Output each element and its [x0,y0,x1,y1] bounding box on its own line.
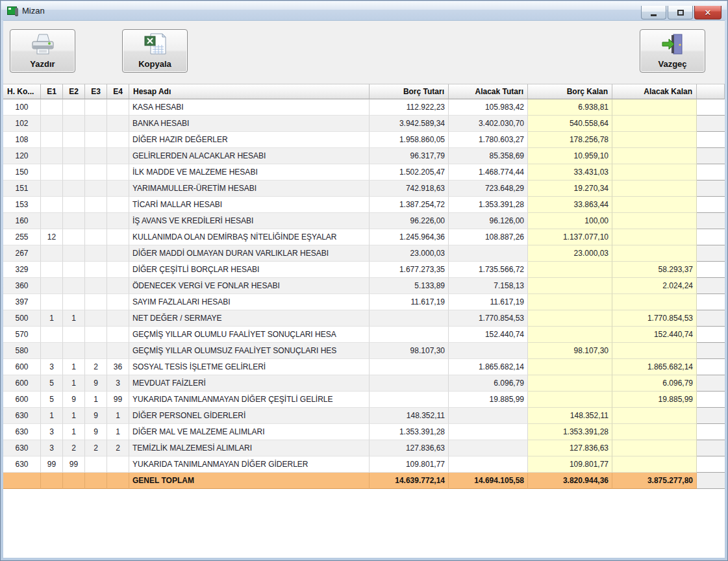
table-row[interactable]: 329 DİĞER ÇEŞİTLİ BORÇLAR HESABI 1.677.2… [3,262,725,278]
cell-spacer [697,148,725,164]
header-alacak-kalan[interactable]: Alacak Kalan [612,84,697,99]
close-button[interactable]: ✕ [694,6,722,19]
cell-spacer [697,310,725,327]
table-row[interactable]: 600 5 1 9 3 MEVDUAT FAİZLERİ 6.096,79 6.… [3,375,725,392]
cell-hesap-kodu [3,473,41,489]
header-e2[interactable]: E2 [63,84,85,99]
table-row[interactable]: 397 SAYIM FAZLALARI HESABI 11.617,19 11.… [3,294,725,310]
table-row[interactable]: 100 KASA HESABI 112.922,23 105.983,42 6.… [3,99,725,116]
cell-e4 [107,245,129,262]
cell-spacer [697,116,725,132]
cell-e4: 99 [107,392,129,408]
cell-e1: 1 [41,408,63,424]
table-row[interactable]: 267 DİĞER MADDİ OLMAYAN DURAN VARLIKLAR … [3,245,725,262]
header-alacak-tutari[interactable]: Alacak Tutarı [449,84,528,99]
cell-e1 [41,262,63,278]
cell-borc-tutari: 1.245.964,36 [370,229,449,245]
table-row[interactable]: 630 99 99 YUKARIDA TANIMLANMAYAN DİĞER G… [3,456,725,473]
cell-hesap-kodu: 255 [3,229,41,245]
cell-hesap-adi: TİCARİ MALLAR HESABI [129,197,370,213]
table-row[interactable]: 102 BANKA HESABI 3.942.589,34 3.402.030,… [3,116,725,132]
cell-hesap-adi: SOSYAL TESİS İŞLETME GELİRLERİ [129,359,370,375]
cell-borc-tutari: 112.922,23 [370,99,449,116]
maximize-button[interactable] [668,6,693,19]
cell-spacer [697,213,725,229]
cell-borc-tutari [370,375,449,392]
cell-spacer [697,164,725,181]
cell-hesap-adi: KULLANIMDA OLAN DEMİRBAŞ NİTELİĞİNDE EŞY… [129,229,370,245]
cell-e2 [63,473,85,489]
header-hesap-adi[interactable]: Hesap Adı [129,84,370,99]
cell-e4 [107,262,129,278]
table-row[interactable]: 630 1 1 9 1 DİĞER PERSONEL GİDERLERİ 148… [3,408,725,424]
grand-total-alacak-kalan: 3.875.277,80 [612,473,697,489]
header-e3[interactable]: E3 [85,84,107,99]
cell-e3 [85,262,107,278]
cell-hesap-kodu: 570 [3,327,41,343]
cell-e1 [41,213,63,229]
cell-hesap-adi: YUKARIDA TANIMLANMAYAN DİĞER GİDERLER [129,456,370,473]
cell-e3: 9 [85,424,107,440]
grand-total-alacak-tutari: 14.694.105,58 [449,473,528,489]
cell-alacak-kalan: 6.096,79 [612,375,697,392]
table-row[interactable]: 150 İLK MADDE VE MALZEME HESABI 1.502.20… [3,164,725,181]
mizan-grid: H. Ko... E1 E2 E3 E4 Hesap Adı Borç Tuta… [3,84,725,558]
table-row[interactable]: 600 5 9 1 99 YUKARIDA TANIMLANMAYAN DİĞE… [3,392,725,408]
header-e4[interactable]: E4 [107,84,129,99]
table-row[interactable]: 255 12 KULLANIMDA OLAN DEMİRBAŞ NİTELİĞİ… [3,229,725,245]
cell-borc-kalan: 109.801,77 [528,456,612,473]
cell-e2: 9 [63,392,85,408]
cell-borc-tutari: 1.958.860,05 [370,132,449,148]
table-row[interactable]: 120 GELİRLERDEN ALACAKLAR HESABI 96.317,… [3,148,725,164]
cell-hesap-kodu: 120 [3,148,41,164]
cell-borc-tutari: 109.801,77 [370,456,449,473]
minimize-button[interactable] [641,6,666,19]
cancel-button-label: Vazgeç [658,59,686,69]
cell-e2 [63,294,85,310]
cell-borc-tutari: 1.677.273,35 [370,262,449,278]
cell-e4 [107,473,129,489]
cell-e1 [41,343,63,359]
cell-borc-kalan: 148.352,11 [528,408,612,424]
cell-e3 [85,116,107,132]
table-row[interactable]: 570 GEÇMİŞ YILLAR OLUMLU FAALİYET SONUÇL… [3,327,725,343]
cell-alacak-tutari [449,440,528,456]
table-row[interactable]: 500 1 1 NET DEĞER / SERMAYE 1.770.854,53… [3,310,725,327]
cell-alacak-tutari: 11.617,19 [449,294,528,310]
window-content: Yazdır Kopyala [3,20,725,558]
cell-alacak-kalan [612,132,697,148]
cell-borc-kalan [528,310,612,327]
table-row[interactable]: 580 GEÇMİŞ YILLAR OLUMSUZ FAALİYET SONUÇ… [3,343,725,359]
cell-borc-kalan: 178.256,78 [528,132,612,148]
titlebar[interactable]: Mizan ✕ [1,1,727,20]
header-hesap-kodu[interactable]: H. Ko... [3,84,41,99]
cell-e4 [107,164,129,181]
cell-borc-tutari: 1.353.391,28 [370,424,449,440]
table-row[interactable]: 153 TİCARİ MALLAR HESABI 1.387.254,72 1.… [3,197,725,213]
table-row[interactable]: 600 3 1 2 36 SOSYAL TESİS İŞLETME GELİRL… [3,359,725,375]
table-row[interactable]: 151 YARIMAMULLER-ÜRETİM HESABI 742.918,6… [3,181,725,197]
cell-hesap-adi: YARIMAMULLER-ÜRETİM HESABI [129,181,370,197]
cell-hesap-adi: SAYIM FAZLALARI HESABI [129,294,370,310]
cell-e1 [41,181,63,197]
table-row[interactable]: 160 İŞ AVANS VE KREDİLERİ HESABI 96.226,… [3,213,725,229]
table-row[interactable]: 360 ÖDENECEK VERGİ VE FONLAR HESABI 5.13… [3,278,725,294]
cell-hesap-kodu: 267 [3,245,41,262]
cell-hesap-adi: İLK MADDE VE MALZEME HESABI [129,164,370,181]
table-row[interactable]: 108 DİĞER HAZIR DEĞERLER 1.958.860,05 1.… [3,132,725,148]
header-borc-kalan[interactable]: Borç Kalan [528,84,612,99]
header-e1[interactable]: E1 [41,84,63,99]
cancel-button[interactable]: Vazgeç [640,29,705,73]
table-row[interactable]: 630 3 2 2 2 TEMİZLİK MALZEMESİ ALIMLARI … [3,440,725,456]
cell-e2: 1 [63,375,85,392]
header-borc-tutari[interactable]: Borç Tutarı [370,84,449,99]
exit-door-icon [660,30,686,59]
cell-alacak-kalan [612,343,697,359]
cell-alacak-kalan: 58.293,37 [612,262,697,278]
table-row[interactable]: 630 3 1 9 1 DİĞER MAL VE MALZEME ALIMLAR… [3,424,725,440]
cell-e1: 99 [41,456,63,473]
copy-button[interactable]: Kopyala [122,29,188,73]
print-button[interactable]: Yazdır [10,29,75,73]
grand-total-borc-kalan: 3.820.944,36 [528,473,612,489]
cell-hesap-adi: TEMİZLİK MALZEMESİ ALIMLARI [129,440,370,456]
